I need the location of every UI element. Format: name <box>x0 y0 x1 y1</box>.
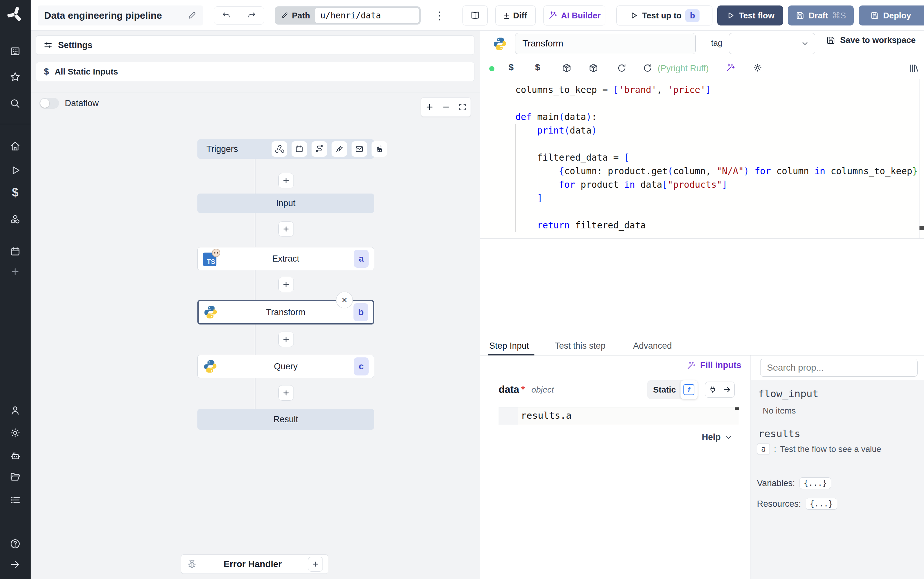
results-section-label[interactable]: results <box>758 428 800 439</box>
add-item-icon[interactable] <box>9 266 21 277</box>
result-item[interactable]: a : Test the flow to see a value <box>757 443 881 455</box>
draft-button[interactable]: Draft ⌘S <box>788 5 854 26</box>
input-mode-toggle[interactable]: Static f <box>647 380 698 399</box>
variables-picker-icon[interactable]: $ <box>535 62 540 73</box>
draft-shortcut: ⌘S <box>832 11 846 21</box>
insert-step-button[interactable] <box>278 173 294 188</box>
apps-icon[interactable] <box>9 46 21 57</box>
insert-step-button[interactable] <box>278 221 294 237</box>
plug-icon[interactable] <box>709 386 717 394</box>
all-static-inputs-bar[interactable]: $ All Static Inputs <box>36 62 474 81</box>
library-icon[interactable] <box>909 63 919 73</box>
resources-icon[interactable] <box>9 214 21 226</box>
ai-wand-icon[interactable] <box>725 63 735 73</box>
dataflow-toggle[interactable] <box>39 98 59 109</box>
add-error-handler-button[interactable] <box>308 557 323 572</box>
more-menu-button[interactable]: ⋮ <box>432 7 447 24</box>
redo-button[interactable] <box>239 7 264 24</box>
test-flow-button[interactable]: Test flow <box>717 5 783 26</box>
package-icon[interactable] <box>562 63 572 73</box>
result-key-badge[interactable]: a <box>757 443 770 455</box>
python-icon <box>203 359 218 374</box>
test-up-to-button[interactable]: Test up to b <box>616 5 712 26</box>
dollar-icon: $ <box>44 67 49 77</box>
runs-icon[interactable] <box>9 165 21 176</box>
undo-button[interactable] <box>214 7 239 24</box>
variables-badge[interactable]: {...} <box>800 478 831 489</box>
step-name-input[interactable] <box>515 33 695 54</box>
resources-badge[interactable]: {...} <box>806 498 837 510</box>
tab-test-this-step[interactable]: Test this step <box>555 341 606 351</box>
reload-icon[interactable] <box>642 63 653 73</box>
insert-step-button[interactable] <box>278 385 294 401</box>
flow-input-section-label[interactable]: flow_input <box>758 388 818 399</box>
fit-view-icon[interactable] <box>458 103 467 111</box>
edit-title-icon[interactable] <box>187 11 197 20</box>
query-node-label: Query <box>218 361 354 371</box>
function-icon: f <box>683 384 694 395</box>
status-dot <box>489 66 495 71</box>
panel-divider <box>31 93 480 93</box>
websocket-trigger-icon[interactable] <box>331 141 347 157</box>
code-lines[interactable]: columns_to_keep = ['brand', 'price']def … <box>515 83 917 232</box>
diff-button[interactable]: ± Diff <box>495 5 536 26</box>
arrow-right-icon[interactable] <box>723 386 731 394</box>
webhook-trigger-icon[interactable] <box>271 141 287 157</box>
extract-node[interactable]: TS Extract a <box>198 247 374 270</box>
docs-button[interactable] <box>462 5 488 26</box>
resources-row[interactable]: Resources: {...} <box>757 498 837 510</box>
editor-scrollbar-thumb[interactable] <box>919 226 924 230</box>
save-to-workspace-button[interactable]: Save to workspace <box>826 35 916 45</box>
static-inputs-icon[interactable]: $ <box>509 62 514 73</box>
tab-advanced[interactable]: Advanced <box>633 341 672 351</box>
favorites-icon[interactable] <box>9 71 21 83</box>
home-icon[interactable] <box>9 140 21 152</box>
result-node[interactable]: Result <box>198 409 374 430</box>
input-node[interactable]: Input <box>198 193 374 213</box>
flow-settings-bar[interactable]: Settings <box>36 36 474 55</box>
user-icon[interactable] <box>9 404 21 416</box>
path-input[interactable]: u/henri/data_ <box>315 8 419 23</box>
http-route-trigger-icon[interactable] <box>312 141 327 157</box>
deploy-main[interactable]: Deploy <box>859 11 922 21</box>
expression-value[interactable]: results.a <box>521 410 571 421</box>
fill-inputs-button[interactable]: Fill inputs <box>687 360 741 370</box>
schedules-icon[interactable] <box>9 246 21 257</box>
schedule-trigger-icon[interactable] <box>292 141 307 157</box>
tab-step-input[interactable]: Step Input <box>489 341 529 351</box>
expand-sidebar-icon[interactable] <box>9 559 21 570</box>
expression-editor[interactable]: results.a <box>499 407 739 425</box>
zoom-out-icon[interactable] <box>441 103 451 111</box>
tag-select[interactable] <box>729 33 815 54</box>
help-icon[interactable] <box>9 538 21 550</box>
audit-logs-icon[interactable] <box>9 494 21 506</box>
triggers-node[interactable]: Triggers <box>198 139 374 159</box>
javascript-mode-button[interactable]: f <box>681 380 698 399</box>
path-segment[interactable]: Path <box>275 11 315 21</box>
error-handler-node[interactable]: Error Handler <box>181 554 328 574</box>
search-prop-input[interactable] <box>760 359 917 377</box>
save-icon <box>796 11 805 20</box>
workers-robot-icon[interactable] <box>9 450 21 461</box>
poll-trigger-icon[interactable] <box>372 141 387 157</box>
search-icon[interactable] <box>9 98 21 110</box>
editor-settings-icon[interactable] <box>753 63 762 73</box>
package-icon[interactable] <box>588 63 599 73</box>
insert-step-button[interactable] <box>278 332 294 347</box>
folders-icon[interactable] <box>9 471 21 483</box>
code-editor[interactable]: columns_to_keep = ['brand', 'price']def … <box>480 79 924 239</box>
editor-scroll-gutter <box>919 79 919 239</box>
remove-step-button[interactable]: × <box>336 291 353 308</box>
zoom-in-icon[interactable] <box>425 103 434 111</box>
email-trigger-icon[interactable] <box>351 141 367 157</box>
ai-builder-button[interactable]: AI Builder <box>544 5 606 26</box>
deploy-button[interactable]: Deploy <box>859 5 924 26</box>
windmill-logo-icon[interactable] <box>7 7 23 23</box>
reload-icon[interactable] <box>617 63 627 73</box>
help-toggle[interactable]: Help <box>702 432 733 442</box>
variables-icon[interactable]: $ <box>9 187 21 198</box>
insert-step-button[interactable] <box>278 277 294 292</box>
settings-gear-icon[interactable] <box>9 427 21 439</box>
query-node[interactable]: Query c <box>198 355 374 378</box>
variables-row[interactable]: Variables: {...} <box>757 478 831 489</box>
